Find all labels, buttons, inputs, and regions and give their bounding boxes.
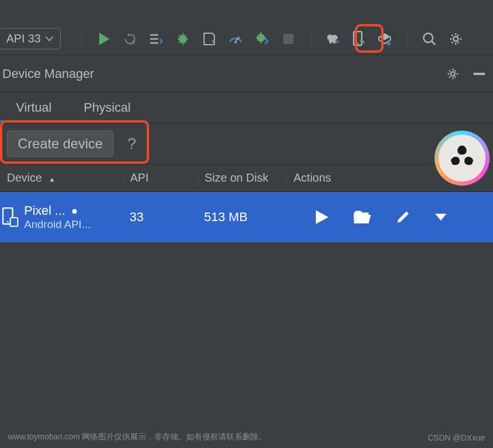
th-label: Size on Disk <box>205 171 268 184</box>
svg-text:A: A <box>131 40 135 46</box>
device-subtitle: Android API... <box>24 218 91 231</box>
logo-badge <box>435 131 490 186</box>
api-cell: 33 <box>123 210 197 225</box>
phone-icon <box>2 207 18 227</box>
tab-virtual[interactable]: Virtual <box>0 93 68 123</box>
panel-header: Device Manager <box>0 55 493 93</box>
tab-label: Physical <box>84 100 131 115</box>
svg-point-8 <box>453 37 458 41</box>
restart-icon[interactable]: A <box>123 32 137 46</box>
help-icon[interactable]: ? <box>127 135 136 153</box>
device-name: Pixel ... <box>24 203 65 218</box>
main-toolbar: API 33 A <box>0 0 493 55</box>
toolbar-actions: A <box>79 31 463 47</box>
svg-point-1 <box>179 35 187 43</box>
column-header-size[interactable]: Size on Disk <box>197 171 286 184</box>
debug-icon[interactable] <box>176 32 190 46</box>
footer-text: www.toymoban.com 网络图片仅供展示，非存储。如有侵权请联系删除。 <box>8 432 267 442</box>
status-dot-icon <box>72 209 77 214</box>
chevron-down-icon <box>45 36 53 42</box>
settings-gear-icon[interactable] <box>449 32 463 46</box>
svg-point-9 <box>451 72 455 76</box>
svg-rect-13 <box>10 218 18 226</box>
create-device-button[interactable]: Create device <box>7 131 114 157</box>
size-cell: 513 MB <box>197 210 286 225</box>
edit-pencil-icon[interactable] <box>396 210 410 224</box>
svg-point-12 <box>7 221 9 223</box>
api-level-dropdown[interactable]: API 33 <box>0 28 61 49</box>
run-icon[interactable] <box>97 32 111 46</box>
device-cell: Pixel ... Android API... <box>0 203 123 231</box>
column-header-device[interactable]: Device ▲ <box>0 171 123 184</box>
play-icon[interactable] <box>316 210 328 224</box>
tab-physical[interactable]: Physical <box>68 93 147 123</box>
watermark-text: CSDN @DXxue <box>428 433 485 442</box>
svg-point-7 <box>424 33 433 42</box>
table-row[interactable]: Pixel ... Android API... 33 513 MB <box>0 192 493 242</box>
coverage-icon[interactable] <box>202 32 216 46</box>
th-label: Device <box>7 171 42 184</box>
panel-settings-icon[interactable] <box>446 67 460 81</box>
separator <box>310 31 311 47</box>
separator <box>81 31 82 47</box>
stop-icon[interactable] <box>281 32 295 46</box>
create-device-row: Create device ? <box>0 123 493 164</box>
folder-open-icon[interactable] <box>354 211 371 223</box>
th-label: Actions <box>294 171 331 184</box>
separator <box>407 31 408 47</box>
sdk-manager-icon[interactable] <box>378 32 392 46</box>
actions-cell <box>286 210 493 224</box>
svg-point-6 <box>357 42 358 44</box>
profiler-icon[interactable] <box>229 32 242 46</box>
panel-title: Device Manager <box>2 66 94 81</box>
api-level-label: API 33 <box>6 32 41 45</box>
device-text: Pixel ... Android API... <box>24 203 91 231</box>
svg-rect-4 <box>283 34 294 44</box>
logo-badge-inner <box>439 135 486 182</box>
gradle-elephant-icon[interactable] <box>326 32 339 46</box>
svg-point-2 <box>234 41 237 43</box>
device-manager-icon[interactable] <box>352 32 366 46</box>
device-tabs: Virtual Physical <box>0 93 493 123</box>
tab-label: Virtual <box>16 100 52 115</box>
list-icon[interactable] <box>150 32 163 46</box>
minimize-icon[interactable] <box>472 67 486 81</box>
dropdown-arrow-icon[interactable] <box>435 214 447 221</box>
th-label: API <box>130 171 148 184</box>
panel-header-actions <box>446 67 486 81</box>
button-label: Create device <box>18 136 103 151</box>
svg-point-3 <box>257 34 265 42</box>
column-header-api[interactable]: API <box>123 171 197 184</box>
svg-rect-10 <box>474 73 485 75</box>
apply-changes-icon[interactable] <box>255 32 269 46</box>
sort-ascending-icon: ▲ <box>49 175 56 183</box>
spinner-logo-icon <box>446 142 478 174</box>
table-header: Device ▲ API Size on Disk Actions <box>0 164 493 192</box>
search-icon[interactable] <box>422 32 436 46</box>
